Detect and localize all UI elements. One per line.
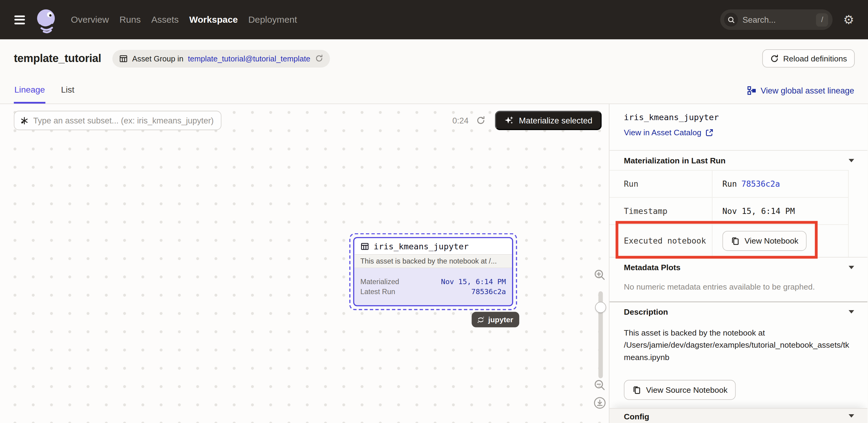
- reload-definitions-button[interactable]: Reload definitions: [762, 49, 855, 67]
- download-icon[interactable]: [593, 396, 607, 410]
- zoom-in-icon[interactable]: [593, 269, 606, 281]
- refresh-icon[interactable]: [476, 116, 486, 125]
- hamburger-menu-icon[interactable]: [14, 15, 25, 24]
- description-line: This asset is backed by the notebook at: [624, 328, 765, 337]
- row-value: Nov 15, 6:14 PM: [713, 207, 795, 215]
- lineage-canvas[interactable]: 0:24 Materialize selected: [0, 104, 610, 423]
- nav-right: / ⚙: [720, 9, 854, 30]
- table-row-run: Run Run 78536c2a: [610, 171, 848, 198]
- nav-item-runs[interactable]: Runs: [119, 11, 141, 28]
- page-header: template_tutorial Asset Group in templat…: [0, 39, 868, 78]
- top-nav: Overview Runs Assets Workspace Deploymen…: [0, 0, 868, 39]
- dagster-app: Overview Runs Assets Workspace Deploymen…: [0, 0, 868, 423]
- asset-selector-icon: [20, 116, 29, 125]
- compute-kind-tag-jupyter[interactable]: jupyter: [471, 312, 519, 327]
- asset-subset-filter[interactable]: [14, 111, 221, 130]
- global-search[interactable]: /: [720, 9, 833, 30]
- canvas-toolbar: 0:24 Materialize selected: [14, 111, 602, 130]
- section-config[interactable]: Config: [610, 408, 867, 423]
- page-title: template_tutorial: [14, 52, 101, 65]
- panel-header: iris_kmeans_jupyter View in Asset Catalo…: [610, 104, 867, 137]
- view-notebook-button[interactable]: View Notebook: [722, 231, 807, 251]
- zoom-slider-handle[interactable]: [595, 302, 607, 313]
- reload-definitions-label: Reload definitions: [783, 54, 847, 63]
- asset-details-panel: iris_kmeans_jupyter View in Asset Catalo…: [610, 104, 867, 423]
- section-title: Description: [624, 307, 668, 316]
- notebook-icon: [632, 386, 641, 394]
- row-value: View Notebook: [713, 231, 807, 251]
- sparkles-icon: [504, 116, 514, 125]
- materialize-selected-button[interactable]: Materialize selected: [495, 111, 601, 130]
- dagster-logo-icon[interactable]: [34, 8, 59, 35]
- asset-subset-input[interactable]: [33, 116, 215, 125]
- asset-group-prefix: Asset Group in: [132, 54, 184, 63]
- table-row-timestamp: Timestamp Nov 15, 6:14 PM: [610, 198, 848, 225]
- stat-value[interactable]: 78536c2a: [471, 288, 506, 296]
- source-button-wrap: View Source Notebook: [624, 380, 867, 400]
- row-label: Timestamp: [610, 198, 712, 224]
- asset-node-description: This asset is backed by the notebook at …: [354, 254, 512, 268]
- asset-node-header: iris_kmeans_jupyter: [354, 238, 512, 254]
- tabs-row: Lineage List View global asset lineage: [0, 78, 868, 104]
- refresh-icon: [770, 54, 779, 63]
- refresh-icon[interactable]: [315, 54, 323, 62]
- section-description[interactable]: Description: [610, 301, 867, 321]
- chevron-down-icon: [849, 310, 854, 313]
- external-link-icon: [705, 128, 713, 137]
- nav-links: Overview Runs Assets Workspace Deploymen…: [70, 11, 298, 28]
- section-title: Metadata Plots: [624, 263, 681, 272]
- slash-shortcut-badge: /: [816, 13, 828, 26]
- view-in-asset-catalog-link[interactable]: View in Asset Catalog: [624, 128, 713, 137]
- nav-item-deployment[interactable]: Deployment: [248, 11, 298, 28]
- gear-icon[interactable]: ⚙: [843, 13, 854, 26]
- jupyter-icon: [477, 315, 485, 324]
- table-icon: [361, 242, 369, 251]
- nav-item-overview[interactable]: Overview: [70, 11, 110, 28]
- view-source-notebook-button[interactable]: View Source Notebook: [624, 380, 736, 400]
- search-icon: [724, 13, 738, 27]
- asset-node-card: iris_kmeans_jupyter This asset is backed…: [353, 237, 513, 306]
- tab-list[interactable]: List: [61, 78, 75, 103]
- lineage-graph-icon: [747, 86, 756, 95]
- row-value: Run 78536c2a: [713, 179, 780, 188]
- main-content: 0:24 Materialize selected: [0, 104, 868, 423]
- refresh-timer: 0:24: [453, 116, 468, 125]
- zoom-out-icon[interactable]: [593, 379, 606, 392]
- view-global-asset-lineage-link[interactable]: View global asset lineage: [747, 78, 854, 103]
- search-input[interactable]: [738, 15, 816, 24]
- materialize-selected-label: Materialize selected: [519, 116, 592, 125]
- description-path: /Users/jamie/dev/dagster/examples/tutori…: [624, 339, 854, 363]
- asset-node-stats: Materialized Nov 15, 6:14 PM Latest Run …: [354, 268, 512, 305]
- metadata-empty-message: No numeric metadata entries available to…: [610, 277, 867, 301]
- stat-latest-run: Latest Run 78536c2a: [361, 288, 506, 296]
- panel-asset-name: iris_kmeans_jupyter: [624, 113, 854, 123]
- nav-item-workspace[interactable]: Workspace: [189, 11, 238, 28]
- view-source-notebook-label: View Source Notebook: [646, 386, 728, 394]
- stat-label: Latest Run: [361, 288, 395, 296]
- repo-location-link[interactable]: template_tutorial@tutorial_template: [188, 54, 310, 63]
- chevron-down-icon: [849, 414, 854, 418]
- asset-node-name: iris_kmeans_jupyter: [373, 241, 468, 251]
- stat-value: Nov 15, 6:14 PM: [441, 277, 506, 285]
- run-prefix: Run: [722, 179, 737, 188]
- view-global-asset-lineage-label: View global asset lineage: [761, 86, 854, 95]
- section-title: Materialization in Last Run: [624, 156, 725, 164]
- stat-materialized: Materialized Nov 15, 6:14 PM: [361, 277, 506, 285]
- view-notebook-label: View Notebook: [745, 237, 799, 245]
- section-metadata-plots[interactable]: Metadata Plots: [610, 257, 867, 277]
- table-row-executed-notebook: Executed notebook View Notebook: [610, 225, 848, 257]
- description-text: This asset is backed by the notebook at …: [610, 321, 867, 363]
- section-materialization-in-last-run[interactable]: Materialization in Last Run: [610, 150, 867, 170]
- tab-lineage[interactable]: Lineage: [14, 78, 46, 103]
- asset-group-icon: [119, 54, 128, 63]
- chevron-down-icon: [849, 158, 854, 162]
- notebook-icon: [731, 237, 740, 245]
- asset-group-badge: Asset Group in template_tutorial@tutoria…: [112, 50, 330, 67]
- materialization-table: Run Run 78536c2a Timestamp Nov 15, 6:14 …: [610, 170, 849, 257]
- view-in-asset-catalog-label: View in Asset Catalog: [624, 128, 701, 137]
- nav-item-assets[interactable]: Assets: [151, 11, 179, 28]
- row-label: Executed notebook: [610, 225, 712, 257]
- run-id-link[interactable]: 78536c2a: [741, 179, 780, 188]
- asset-node-iris-kmeans-jupyter[interactable]: iris_kmeans_jupyter This asset is backed…: [349, 233, 517, 310]
- section-title: Config: [624, 412, 649, 421]
